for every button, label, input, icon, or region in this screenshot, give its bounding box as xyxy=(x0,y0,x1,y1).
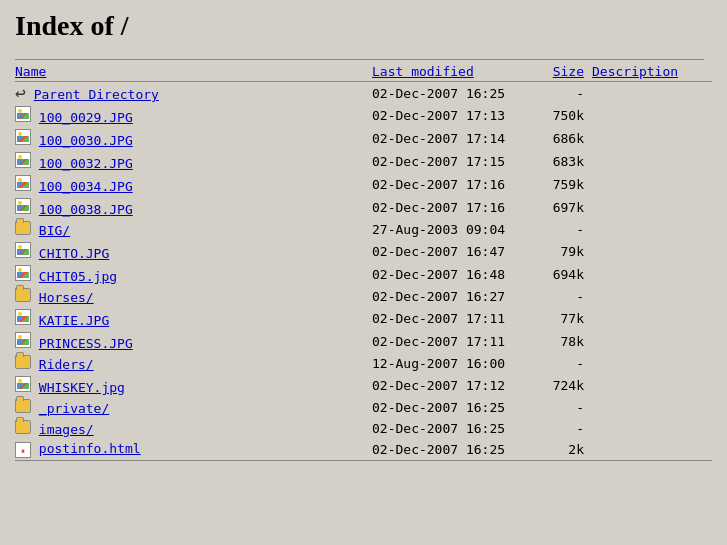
file-date: 02-Dec-2007 17:14 xyxy=(372,127,532,150)
file-link[interactable]: 100_0030.JPG xyxy=(39,133,133,148)
file-size: - xyxy=(532,418,592,439)
sort-by-name[interactable]: Name xyxy=(15,64,46,79)
table-row: ↩ Parent Directory 02-Dec-2007 16:25 - xyxy=(15,82,712,105)
file-description xyxy=(592,196,712,219)
col-size: Size xyxy=(532,62,592,81)
html-icon: H xyxy=(15,442,31,458)
file-description xyxy=(592,150,712,173)
file-date: 02-Dec-2007 17:15 xyxy=(372,150,532,173)
table-row: 100_0030.JPG 02-Dec-2007 17:14 686k xyxy=(15,127,712,150)
file-date: 02-Dec-2007 16:25 xyxy=(372,397,532,418)
file-description xyxy=(592,353,712,374)
file-size: - xyxy=(532,353,592,374)
table-row: H postinfo.html 02-Dec-2007 16:25 2k xyxy=(15,439,712,461)
file-size: 77k xyxy=(532,307,592,330)
file-size: 686k xyxy=(532,127,592,150)
sort-by-date[interactable]: Last modified xyxy=(372,64,474,79)
file-date: 02-Dec-2007 16:25 xyxy=(372,82,532,105)
image-icon xyxy=(15,152,31,168)
file-link[interactable]: KATIE.JPG xyxy=(39,313,109,328)
image-icon xyxy=(15,242,31,258)
file-size: - xyxy=(532,219,592,240)
table-row: images/ 02-Dec-2007 16:25 - xyxy=(15,418,712,439)
table-row: 100_0032.JPG 02-Dec-2007 17:15 683k xyxy=(15,150,712,173)
file-size: 694k xyxy=(532,263,592,286)
file-link[interactable]: WHISKEY.jpg xyxy=(39,380,125,395)
file-date: 02-Dec-2007 17:11 xyxy=(372,307,532,330)
table-row: 100_0029.JPG 02-Dec-2007 17:13 750k xyxy=(15,104,712,127)
file-size: 78k xyxy=(532,330,592,353)
file-link[interactable]: PRINCESS.JPG xyxy=(39,336,133,351)
file-size: 759k xyxy=(532,173,592,196)
file-description xyxy=(592,286,712,307)
table-row: BIG/ 27-Aug-2003 09:04 - xyxy=(15,219,712,240)
sort-by-desc[interactable]: Description xyxy=(592,64,678,79)
file-link[interactable]: 100_0034.JPG xyxy=(39,179,133,194)
image-icon xyxy=(15,376,31,392)
file-date: 02-Dec-2007 17:16 xyxy=(372,196,532,219)
file-description xyxy=(592,127,712,150)
table-row: 100_0038.JPG 02-Dec-2007 17:16 697k xyxy=(15,196,712,219)
file-date: 27-Aug-2003 09:04 xyxy=(372,219,532,240)
file-date: 02-Dec-2007 17:16 xyxy=(372,173,532,196)
image-icon xyxy=(15,106,31,122)
file-link[interactable]: images/ xyxy=(39,422,94,437)
file-link[interactable]: Horses/ xyxy=(39,290,94,305)
file-size: - xyxy=(532,82,592,105)
file-description xyxy=(592,104,712,127)
file-size: - xyxy=(532,286,592,307)
file-link[interactable]: BIG/ xyxy=(39,223,70,238)
table-row: WHISKEY.jpg 02-Dec-2007 17:12 724k xyxy=(15,374,712,397)
file-icon-cell: CHIT05.jpg xyxy=(15,263,372,286)
file-link[interactable]: CHIT05.jpg xyxy=(39,269,117,284)
folder-icon xyxy=(15,355,31,369)
file-icon-cell: PRINCESS.JPG xyxy=(15,330,372,353)
file-link[interactable]: CHITO.JPG xyxy=(39,246,109,261)
image-icon xyxy=(15,309,31,325)
file-description xyxy=(592,219,712,240)
file-link[interactable]: postinfo.html xyxy=(39,441,141,456)
table-row: Riders/ 12-Aug-2007 16:00 - xyxy=(15,353,712,374)
file-size: 683k xyxy=(532,150,592,173)
file-description xyxy=(592,374,712,397)
file-description xyxy=(592,330,712,353)
file-date: 02-Dec-2007 17:12 xyxy=(372,374,532,397)
folder-icon xyxy=(15,288,31,302)
file-link[interactable]: Riders/ xyxy=(39,357,94,372)
file-icon-cell: _private/ xyxy=(15,397,372,418)
file-icon-cell: Riders/ xyxy=(15,353,372,374)
file-icon-cell: 100_0029.JPG xyxy=(15,104,372,127)
col-last-modified: Last modified xyxy=(372,62,532,81)
image-icon xyxy=(15,175,31,191)
file-icon-cell: CHITO.JPG xyxy=(15,240,372,263)
file-size: 2k xyxy=(532,439,592,461)
file-link[interactable]: 100_0029.JPG xyxy=(39,110,133,125)
file-description xyxy=(592,263,712,286)
page-title: Index of / xyxy=(15,10,712,42)
file-icon-cell: 100_0030.JPG xyxy=(15,127,372,150)
parent-dir-icon: ↩ xyxy=(15,84,26,102)
file-size: - xyxy=(532,397,592,418)
table-row: KATIE.JPG 02-Dec-2007 17:11 77k xyxy=(15,307,712,330)
file-icon-cell: images/ xyxy=(15,418,372,439)
file-date: 02-Dec-2007 16:25 xyxy=(372,439,532,461)
file-description xyxy=(592,307,712,330)
file-link[interactable]: 100_0038.JPG xyxy=(39,202,133,217)
folder-icon xyxy=(15,221,31,235)
table-row: CHIT05.jpg 02-Dec-2007 16:48 694k xyxy=(15,263,712,286)
file-link[interactable]: Parent Directory xyxy=(34,87,159,102)
file-size: 750k xyxy=(532,104,592,127)
file-link[interactable]: 100_0032.JPG xyxy=(39,156,133,171)
file-icon-cell: Horses/ xyxy=(15,286,372,307)
file-description xyxy=(592,439,712,461)
file-date: 02-Dec-2007 16:48 xyxy=(372,263,532,286)
table-row: 100_0034.JPG 02-Dec-2007 17:16 759k xyxy=(15,173,712,196)
sort-by-size[interactable]: Size xyxy=(553,64,584,79)
file-date: 02-Dec-2007 16:25 xyxy=(372,418,532,439)
file-date: 02-Dec-2007 17:11 xyxy=(372,330,532,353)
file-description xyxy=(592,240,712,263)
file-icon-cell: KATIE.JPG xyxy=(15,307,372,330)
file-link[interactable]: _private/ xyxy=(39,401,109,416)
file-description xyxy=(592,418,712,439)
file-date: 02-Dec-2007 17:13 xyxy=(372,104,532,127)
